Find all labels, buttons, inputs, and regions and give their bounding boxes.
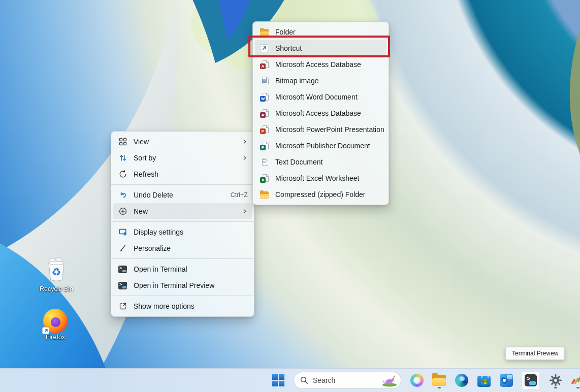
firefox-icon [43,309,68,333]
submenu-item-shortcut[interactable]: Shortcut [255,40,386,56]
menu-item-undo-delete[interactable]: Undo Delete Ctrl+Z [113,187,252,203]
submenu-item-compressed-folder[interactable]: Compressed (zipped) Folder [255,186,386,203]
firefox-label: Firefox [35,334,76,341]
undo-icon [118,190,128,200]
file-explorer-taskbar-icon[interactable] [432,371,446,389]
recycle-bin-icon: ♻ [45,256,68,283]
taskbar: > [0,368,580,392]
menu-item-label: Personalize [134,244,171,252]
running-indicator [554,387,557,388]
search-icon [300,376,308,384]
excel-icon: X [260,174,270,183]
menu-item-new[interactable]: New [113,203,252,219]
menu-item-label: Open in Terminal Preview [134,281,214,289]
submenu-item-label: Microsoft Access Database [275,60,361,69]
menu-separator [111,258,254,259]
copilot-taskbar-icon[interactable] [410,371,424,389]
terminal-icon: > [118,265,128,274]
menu-item-display-settings[interactable]: Display settings [113,224,252,240]
running-indicator [438,387,441,388]
zip-folder-icon [260,190,270,199]
new-submenu: Folder Shortcut A Microsoft Access Datab… [252,21,389,205]
submenu-item-label: Microsoft Word Document [275,93,358,101]
chevron-right-icon [242,208,248,214]
menu-separator [111,184,254,185]
show-more-options-icon [118,302,128,311]
submenu-item-label: Microsoft Publisher Document [275,142,370,150]
submenu-item-label: Microsoft Access Database [275,109,361,117]
menu-item-label: New [134,207,148,215]
menu-item-label: Display settings [134,228,183,236]
submenu-item-powerpoint-presentation[interactable]: P Microsoft PowerPoint Presentation [255,121,386,138]
refresh-icon [118,170,128,179]
terminal-preview-icon: > [118,281,128,290]
recycle-bin-desktop-icon[interactable]: ♻ Recycle Bin [36,256,77,292]
submenu-item-access-database[interactable]: A Microsoft Access Database [255,56,386,73]
taskbar-tooltip: Terminal Preview [505,347,565,360]
microsoft-store-taskbar-icon[interactable] [477,371,491,389]
svg-text:♻: ♻ [52,266,61,278]
settings-taskbar-icon[interactable] [549,371,562,389]
sort-icon [118,153,128,162]
menu-separator [111,221,254,222]
taskbar-search-box[interactable] [294,372,401,389]
submenu-item-access-database-2[interactable]: A Microsoft Access Database [255,105,386,121]
search-input[interactable] [313,376,373,384]
submenu-item-label: Bitmap image [275,77,319,85]
chevron-right-icon [242,139,248,145]
submenu-item-text-document[interactable]: Text Document [255,154,386,170]
access-icon-maroon: A [260,109,270,118]
submenu-item-label: Compressed (zipped) Folder [275,190,365,199]
outlook-taskbar-icon[interactable] [499,371,513,389]
windows-logo-icon [272,374,285,387]
word-icon: W [260,92,270,102]
keyboard-shortcut: Ctrl+Z [231,191,248,199]
submenu-item-bitmap-image[interactable]: Bitmap image [255,73,386,89]
menu-item-label: Refresh [134,170,158,178]
publisher-icon: P [260,141,270,150]
menu-item-open-in-terminal-preview[interactable]: > Open in Terminal Preview [113,277,252,293]
shortcut-arrow-badge [42,327,49,334]
recycle-bin-label: Recycle Bin [36,285,77,292]
personalize-brush-icon [118,244,128,253]
menu-item-label: Undo Delete [134,191,173,199]
start-button[interactable] [271,371,285,389]
colorful-lines-app-taskbar-icon[interactable] [571,371,580,389]
submenu-item-folder[interactable]: Folder [255,24,386,40]
powerpoint-icon: P [260,125,270,134]
menu-item-sort-by[interactable]: Sort by [113,150,252,166]
folder-icon [260,27,270,37]
menu-item-label: Show more options [134,302,195,310]
search-highlight-unicorn-icon[interactable] [380,374,399,387]
menu-item-refresh[interactable]: Refresh [113,166,252,182]
submenu-item-label: Microsoft PowerPoint Presentation [275,125,384,134]
chevron-right-icon [242,155,248,161]
display-settings-icon [118,227,128,237]
text-document-icon [260,157,270,167]
desktop-context-menu: View Sort by Refresh [111,131,254,317]
menu-item-show-more-options[interactable]: Show more options [113,298,252,314]
menu-item-label: Sort by [134,154,156,162]
submenu-item-label: Folder [275,28,296,36]
edge-taskbar-icon[interactable] [455,371,468,389]
submenu-item-word-document[interactable]: W Microsoft Word Document [255,89,386,105]
new-plus-icon [118,207,128,216]
menu-item-view[interactable]: View [113,134,252,150]
running-indicator [576,387,579,388]
desktop: ♻ Recycle Bin Firefox View [0,0,580,392]
submenu-item-excel-worksheet[interactable]: X Microsoft Excel Worksheet [255,170,386,186]
shortcut-icon [260,44,270,53]
gear-icon [549,374,562,387]
bitmap-image-icon [260,76,270,85]
submenu-item-label: Shortcut [275,44,302,52]
firefox-desktop-shortcut[interactable]: Firefox [35,309,76,341]
access-icon: A [260,60,270,69]
menu-item-personalize[interactable]: Personalize [113,240,252,256]
terminal-preview-taskbar-icon[interactable]: > [522,371,540,389]
view-icon [118,137,128,146]
submenu-item-publisher-document[interactable]: P Microsoft Publisher Document [255,138,386,154]
menu-item-open-in-terminal[interactable]: > Open in Terminal [113,261,252,277]
menu-separator [111,296,254,296]
submenu-item-label: Microsoft Excel Worksheet [275,174,359,182]
colorful-lines-icon [571,374,580,387]
